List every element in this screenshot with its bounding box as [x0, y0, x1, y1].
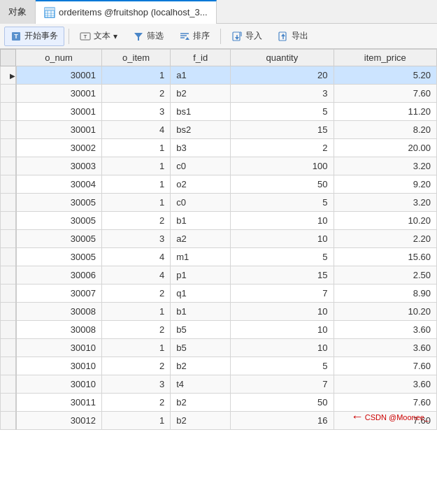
- th-o_num[interactable]: o_num: [16, 50, 102, 66]
- table-row[interactable]: 300052b11010.20: [1, 212, 437, 230]
- table-row[interactable]: ▶300011a1205.20: [1, 66, 437, 85]
- cell-o_num: 30005: [16, 230, 102, 248]
- cell-o_num: 30010: [16, 357, 102, 375]
- table-row[interactable]: 300081b11010.20: [1, 303, 437, 321]
- table-row[interactable]: 300051c053.20: [1, 194, 437, 212]
- cell-f_id: b5: [171, 321, 231, 339]
- th-f_id[interactable]: f_id: [171, 50, 231, 66]
- cell-f_id: b1: [171, 212, 231, 230]
- table-row[interactable]: 300012b237.60: [1, 85, 437, 103]
- cell-f_id: a2: [171, 230, 231, 248]
- cell-f_id: b5: [171, 339, 231, 357]
- table-row[interactable]: 300101b5103.60: [1, 339, 437, 357]
- watermark: ← CSDN @Moonee_: [351, 410, 429, 424]
- cell-o_item: 1: [101, 339, 170, 357]
- cell-o_num: 30001: [16, 66, 102, 85]
- export-button[interactable]: 导出: [271, 27, 315, 46]
- tab-orderitems[interactable]: orderitems @fruitshop (localhost_3...: [36, 0, 217, 24]
- cell-o_item: 1: [101, 139, 170, 157]
- cell-o_item: 1: [101, 303, 170, 321]
- cell-quantity: 3: [231, 85, 334, 103]
- row-indicator-cell: [1, 85, 16, 103]
- cell-f_id: b1: [171, 303, 231, 321]
- orderitems-tab-label: orderitems @fruitshop (localhost_3...: [59, 7, 208, 17]
- cell-o_num: 30003: [16, 157, 102, 175]
- tab-objects[interactable]: 对象: [0, 0, 36, 24]
- th-o_item[interactable]: o_item: [101, 50, 170, 66]
- cell-quantity: 15: [231, 121, 334, 139]
- filter-icon: [133, 31, 144, 42]
- cell-f_id: c0: [171, 157, 231, 175]
- table-row[interactable]: 300054m1515.60: [1, 248, 437, 266]
- table-row[interactable]: 300112b2507.60: [1, 394, 437, 412]
- cell-item_price: 2.20: [334, 230, 436, 248]
- import-button[interactable]: 导入: [225, 27, 268, 46]
- row-indicator-cell: [1, 212, 16, 230]
- cell-o_item: 2: [101, 357, 170, 375]
- cell-o_item: 1: [101, 157, 170, 175]
- table-row[interactable]: 300082b5103.60: [1, 321, 437, 339]
- cell-item_price: 10.20: [334, 212, 436, 230]
- cell-f_id: bs1: [171, 103, 231, 121]
- cell-quantity: 10: [231, 303, 334, 321]
- row-indicator-cell: [1, 121, 16, 139]
- table-container: o_num o_item f_id quantity item_price ▶3…: [0, 49, 437, 504]
- table-row[interactable]: 300013bs1511.20: [1, 103, 437, 121]
- export-icon: [278, 31, 289, 42]
- cell-quantity: 7: [231, 285, 334, 303]
- text-button[interactable]: T 文本 ▾: [73, 27, 124, 46]
- cell-quantity: 16: [231, 412, 334, 430]
- svg-marker-11: [134, 33, 143, 41]
- svg-marker-18: [235, 37, 239, 40]
- cell-f_id: b2: [171, 357, 231, 375]
- sort-button[interactable]: 排序: [173, 27, 216, 46]
- cell-quantity: 5: [231, 194, 334, 212]
- table-row[interactable]: 300014bs2158.20: [1, 121, 437, 139]
- toolbar-separator-1: [69, 29, 69, 44]
- table-row[interactable]: 300102b257.60: [1, 357, 437, 375]
- text-label: 文本: [94, 30, 110, 42]
- export-label: 导出: [292, 30, 308, 42]
- cell-f_id: b2: [171, 394, 231, 412]
- row-indicator-cell: [1, 394, 16, 412]
- cell-o_num: 30001: [16, 85, 102, 103]
- cell-quantity: 50: [231, 394, 334, 412]
- toolbar-separator-2: [220, 29, 221, 44]
- cell-quantity: 20: [231, 66, 334, 85]
- cell-o_num: 30001: [16, 121, 102, 139]
- cell-o_item: 2: [101, 394, 170, 412]
- table-row[interactable]: 300031c01003.20: [1, 157, 437, 175]
- cell-o_item: 1: [101, 66, 170, 85]
- cell-quantity: 10: [231, 230, 334, 248]
- cell-item_price: 20.00: [334, 139, 436, 157]
- cell-o_num: 30004: [16, 175, 102, 194]
- table-row[interactable]: 300041o2509.20: [1, 175, 437, 194]
- toolbar: T 开始事务 T 文本 ▾ 筛选: [0, 24, 437, 49]
- cell-item_price: 3.60: [334, 321, 436, 339]
- cell-f_id: bs2: [171, 121, 231, 139]
- cell-o_num: 30008: [16, 321, 102, 339]
- row-indicator-cell: [1, 157, 16, 175]
- svg-text:T: T: [84, 34, 87, 40]
- row-indicator-cell: [1, 139, 16, 157]
- filter-button[interactable]: 筛选: [127, 27, 170, 46]
- table-row[interactable]: 300021b3220.00: [1, 139, 437, 157]
- th-indicator: [1, 50, 16, 66]
- data-table: o_num o_item f_id quantity item_price ▶3…: [0, 49, 437, 430]
- th-quantity[interactable]: quantity: [231, 50, 334, 66]
- table-icon: [44, 7, 55, 18]
- table-row[interactable]: 300103t473.60: [1, 375, 437, 394]
- cell-o_num: 30002: [16, 139, 102, 157]
- table-row[interactable]: 300072q178.90: [1, 285, 437, 303]
- cell-f_id: q1: [171, 285, 231, 303]
- cell-quantity: 50: [231, 175, 334, 194]
- start-transaction-button[interactable]: T 开始事务: [4, 27, 64, 46]
- row-indicator-cell: [1, 303, 16, 321]
- th-item_price[interactable]: item_price: [334, 50, 436, 66]
- table-row[interactable]: 300053a2102.20: [1, 230, 437, 248]
- cell-item_price: 7.60: [334, 85, 436, 103]
- cell-item_price: 15.60: [334, 248, 436, 266]
- table-row[interactable]: 300064p1152.50: [1, 266, 437, 285]
- import-icon: [231, 31, 243, 42]
- text-icon: T: [80, 31, 91, 42]
